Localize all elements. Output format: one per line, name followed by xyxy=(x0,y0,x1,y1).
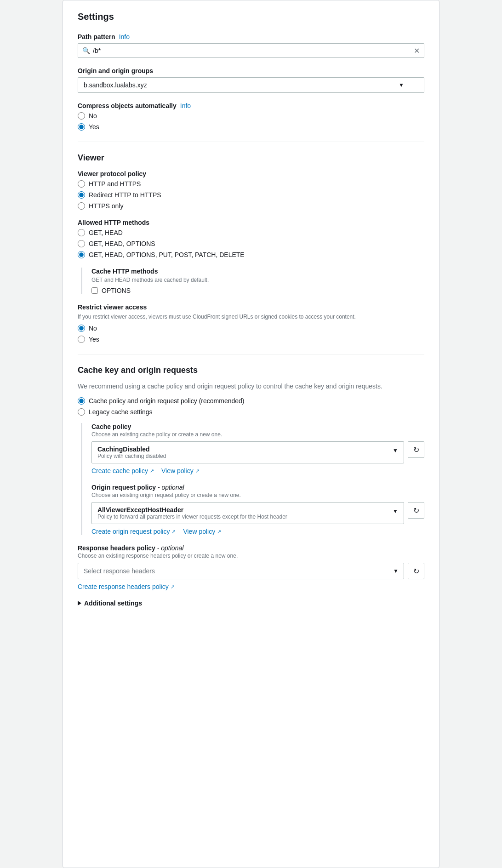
viewer-protocol-group: Viewer protocol policy HTTP and HTTPS Re… xyxy=(78,170,424,210)
protocol-https-only-option[interactable]: HTTPS only xyxy=(78,202,424,210)
options-checkbox[interactable] xyxy=(91,287,98,294)
origin-groups-group: Origin and origin groups b.sandbox.luala… xyxy=(78,67,424,93)
create-response-headers-policy-external-icon: ↗ xyxy=(171,584,175,590)
view-origin-request-policy-external-icon: ↗ xyxy=(217,529,221,535)
compress-yes-option[interactable]: Yes xyxy=(78,123,424,131)
origin-request-policy-wrapper: AllViewerExceptHostHeader Policy to forw… xyxy=(91,502,424,524)
viewer-protocol-radio-group: HTTP and HTTPS Redirect HTTP to HTTPS HT… xyxy=(78,180,424,210)
additional-settings-toggle[interactable]: Additional settings xyxy=(78,600,424,607)
response-headers-policy-wrapper: Select response headers ▼ ↻ xyxy=(78,563,424,579)
viewer-protocol-label: Viewer protocol policy xyxy=(78,170,424,177)
cache-policy-value-description: Policy with caching disabled xyxy=(92,453,404,463)
compress-radio-group: No Yes xyxy=(78,112,424,131)
view-cache-policy-link[interactable]: View policy ↗ xyxy=(161,467,200,474)
response-headers-policy-description: Choose an existing response headers poli… xyxy=(78,553,424,559)
response-headers-policy-refresh-button[interactable]: ↻ xyxy=(408,563,424,579)
protocol-redirect-radio[interactable] xyxy=(78,191,85,199)
view-origin-request-policy-link[interactable]: View policy ↗ xyxy=(183,528,221,535)
response-headers-policy-block: Response headers policy - optional Choos… xyxy=(78,544,424,590)
response-headers-policy-select-container: Select response headers ▼ xyxy=(78,563,404,579)
protocol-http-https-option[interactable]: HTTP and HTTPS xyxy=(78,180,424,188)
origin-request-policy-select[interactable]: AllViewerExceptHostHeader xyxy=(92,503,404,514)
origin-request-policy-links: Create origin request policy ↗ View poli… xyxy=(91,528,424,535)
origin-request-policy-value-description: Policy to forward all parameters in view… xyxy=(92,514,404,524)
cache-policy-select[interactable]: CachingDisabled xyxy=(92,442,404,453)
viewer-section: Viewer Viewer protocol policy HTTP and H… xyxy=(78,153,424,343)
cache-http-methods-section: Cache HTTP methods GET and HEAD methods … xyxy=(81,268,424,294)
cache-policy-radio[interactable] xyxy=(78,397,85,405)
methods-get-head-options-radio[interactable] xyxy=(78,240,85,247)
methods-all-option[interactable]: GET, HEAD, OPTIONS, PUT, POST, PATCH, DE… xyxy=(78,251,424,258)
origin-request-policy-block: Origin request policy - optional Choose … xyxy=(91,484,424,535)
divider-2 xyxy=(78,354,424,354)
compress-info-link[interactable]: Info xyxy=(180,102,191,109)
cache-type-radio-group: Cache policy and origin request policy (… xyxy=(78,397,424,416)
cache-policy-select-container: CachingDisabled Policy with caching disa… xyxy=(91,441,404,463)
protocol-http-https-radio[interactable] xyxy=(78,180,85,188)
compress-label: Compress objects automatically Info xyxy=(78,102,424,109)
cache-http-methods-description: GET and HEAD methods are cached by defau… xyxy=(91,277,424,283)
cache-policy-block: Cache policy Choose an existing cache po… xyxy=(91,423,424,474)
methods-all-radio[interactable] xyxy=(78,251,85,258)
cache-http-methods-label: Cache HTTP methods xyxy=(91,268,424,275)
methods-get-head-option[interactable]: GET, HEAD xyxy=(78,229,424,236)
create-cache-policy-link[interactable]: Create cache policy ↗ xyxy=(91,467,154,474)
response-headers-policy-select[interactable]: Select response headers xyxy=(78,563,404,579)
path-pattern-label: Path pattern Info xyxy=(78,33,424,40)
response-headers-policy-label: Response headers policy - optional xyxy=(78,544,424,552)
restrict-yes-option[interactable]: Yes xyxy=(78,336,424,343)
page-title: Settings xyxy=(78,11,424,22)
compress-yes-radio[interactable] xyxy=(78,123,85,131)
cache-policy-label: Cache policy xyxy=(91,423,424,430)
compress-no-radio[interactable] xyxy=(78,112,85,120)
restrict-viewer-group: Restrict viewer access If you restrict v… xyxy=(78,303,424,343)
cache-section: Cache key and origin requests We recomme… xyxy=(78,365,424,590)
path-pattern-input[interactable] xyxy=(78,43,424,58)
restrict-viewer-label: Restrict viewer access xyxy=(78,303,424,311)
compress-no-option[interactable]: No xyxy=(78,112,424,120)
path-pattern-info-link[interactable]: Info xyxy=(119,33,130,40)
cache-section-title: Cache key and origin requests xyxy=(78,365,424,375)
cache-policy-wrapper: CachingDisabled Policy with caching disa… xyxy=(91,441,424,463)
create-origin-request-policy-external-icon: ↗ xyxy=(171,529,176,535)
protocol-redirect-option[interactable]: Redirect HTTP to HTTPS xyxy=(78,191,424,199)
methods-get-head-radio[interactable] xyxy=(78,229,85,236)
allowed-methods-group: Allowed HTTP methods GET, HEAD GET, HEAD… xyxy=(78,219,424,258)
cache-policy-links: Create cache policy ↗ View policy ↗ xyxy=(91,467,424,474)
response-headers-policy-links: Create response headers policy ↗ xyxy=(78,583,424,590)
restrict-no-option[interactable]: No xyxy=(78,325,424,332)
divider-1 xyxy=(78,142,424,142)
allowed-methods-label: Allowed HTTP methods xyxy=(78,219,424,226)
create-origin-request-policy-link[interactable]: Create origin request policy ↗ xyxy=(91,528,176,535)
origin-groups-wrapper: b.sandbox.lualabs.xyz ▼ xyxy=(78,77,424,93)
compress-group: Compress objects automatically Info No Y… xyxy=(78,102,424,131)
protocol-https-only-radio[interactable] xyxy=(78,202,85,210)
cache-policy-option[interactable]: Cache policy and origin request policy (… xyxy=(78,397,424,405)
clear-icon[interactable]: ✕ xyxy=(414,46,420,55)
restrict-viewer-description: If you restrict viewer access, viewers m… xyxy=(78,314,424,320)
triangle-right-icon xyxy=(78,601,81,605)
cache-section-description: We recommend using a cache policy and or… xyxy=(78,383,424,390)
cache-policy-refresh-button[interactable]: ↻ xyxy=(408,441,424,458)
viewer-section-title: Viewer xyxy=(78,153,424,163)
policy-sub-section: Cache policy Choose an existing cache po… xyxy=(81,423,424,535)
origin-request-policy-refresh-button[interactable]: ↻ xyxy=(408,502,424,519)
legacy-cache-option[interactable]: Legacy cache settings xyxy=(78,408,424,416)
options-checkbox-item[interactable]: OPTIONS xyxy=(91,287,424,294)
allowed-methods-radio-group: GET, HEAD GET, HEAD, OPTIONS GET, HEAD, … xyxy=(78,229,424,258)
create-response-headers-policy-link[interactable]: Create response headers policy ↗ xyxy=(78,583,175,590)
origin-request-policy-description: Choose an existing origin request policy… xyxy=(91,492,424,498)
origin-groups-select[interactable]: b.sandbox.lualabs.xyz xyxy=(78,77,424,93)
path-pattern-group: Path pattern Info 🔍 ✕ xyxy=(78,33,424,58)
methods-get-head-options-option[interactable]: GET, HEAD, OPTIONS xyxy=(78,240,424,247)
restrict-yes-radio[interactable] xyxy=(78,336,85,343)
origin-request-policy-select-container: AllViewerExceptHostHeader Policy to forw… xyxy=(91,502,404,524)
create-cache-policy-external-icon: ↗ xyxy=(150,468,154,474)
restrict-viewer-radio-group: No Yes xyxy=(78,325,424,343)
legacy-cache-radio[interactable] xyxy=(78,408,85,416)
additional-settings-label: Additional settings xyxy=(84,600,142,607)
restrict-no-radio[interactable] xyxy=(78,325,85,332)
path-pattern-input-wrapper: 🔍 ✕ xyxy=(78,43,424,58)
view-cache-policy-external-icon: ↗ xyxy=(195,468,200,474)
origin-groups-label: Origin and origin groups xyxy=(78,67,424,74)
